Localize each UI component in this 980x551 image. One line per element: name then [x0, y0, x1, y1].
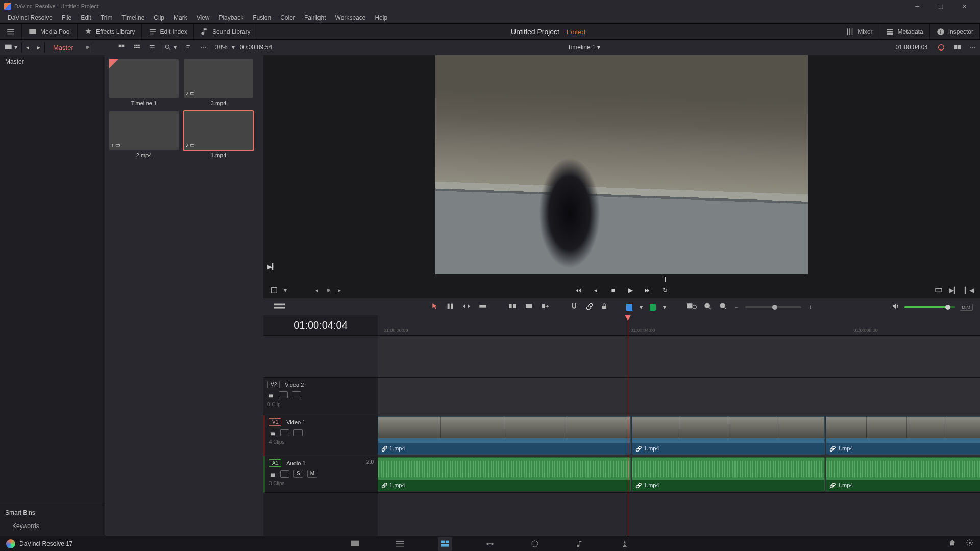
- next-marker-button[interactable]: ▸: [335, 286, 344, 295]
- play-button[interactable]: ▶: [626, 286, 635, 295]
- track-header-v1[interactable]: V1Video 1 4 Clips: [263, 415, 378, 456]
- trim-tool[interactable]: [446, 302, 455, 312]
- menu-mark[interactable]: Mark: [169, 14, 192, 21]
- viewer-options-button[interactable]: ⋯: [966, 40, 980, 55]
- go-start-button[interactable]: ⏮: [574, 286, 583, 295]
- menu-view[interactable]: View: [192, 14, 214, 21]
- go-end-button[interactable]: ⏭: [643, 286, 652, 295]
- track-badge[interactable]: V2: [267, 381, 280, 388]
- insert-button[interactable]: [508, 302, 517, 312]
- menu-playback[interactable]: Playback: [214, 14, 248, 21]
- viewer[interactable]: ▶▎: [263, 55, 980, 276]
- menu-edit[interactable]: Edit: [76, 14, 96, 21]
- menu-fusion[interactable]: Fusion: [248, 14, 276, 21]
- volume-icon[interactable]: [891, 302, 900, 312]
- effects-library-toggle[interactable]: Effects Library: [78, 23, 141, 40]
- sort-button[interactable]: [181, 40, 197, 55]
- lock-icon[interactable]: [269, 429, 276, 436]
- search-button[interactable]: ▾: [160, 40, 181, 55]
- menu-workspace[interactable]: Workspace: [331, 14, 371, 21]
- metadata-toggle[interactable]: Metadata: [879, 23, 930, 40]
- timeline-view-button[interactable]: [274, 302, 285, 312]
- menu-clip[interactable]: Clip: [149, 14, 169, 21]
- solo-button[interactable]: S: [293, 470, 303, 478]
- media-pool-toggle[interactable]: Media Pool: [22, 23, 78, 40]
- playhead[interactable]: [628, 315, 628, 536]
- match-frame-icon[interactable]: ▶▎: [267, 263, 277, 270]
- prev-marker-button[interactable]: ◂: [312, 286, 322, 295]
- fairlight-page-button[interactable]: [573, 537, 587, 551]
- zoom-out-button[interactable]: [704, 302, 712, 312]
- edit-page-button[interactable]: [438, 537, 452, 551]
- smart-bin-item[interactable]: Keywords: [5, 520, 100, 532]
- lock-icon[interactable]: [267, 391, 275, 398]
- loop-button[interactable]: ↻: [660, 286, 670, 295]
- audio-clip[interactable]: 1.mp4: [826, 457, 980, 491]
- cut-page-button[interactable]: [393, 537, 407, 551]
- lane-v2[interactable]: [378, 378, 980, 415]
- mixer-toggle[interactable]: Mixer: [839, 23, 879, 40]
- volume-slider[interactable]: [904, 306, 955, 308]
- expand-button[interactable]: [0, 23, 22, 40]
- track-header-v2[interactable]: V2Video 2 0 Clip: [263, 378, 378, 415]
- clip-thumb[interactable]: Timeline 1: [109, 59, 179, 106]
- menu-color[interactable]: Color: [276, 14, 300, 21]
- transform-button[interactable]: [270, 286, 279, 295]
- fusion-page-button[interactable]: [483, 537, 497, 551]
- track-header-a1[interactable]: A1Audio 1 2.0 SM 3 Clips: [263, 456, 378, 493]
- replace-button[interactable]: [541, 302, 550, 312]
- video-clip[interactable]: 1.mp4: [826, 416, 980, 455]
- close-button[interactable]: ✕: [952, 0, 976, 12]
- zoom-in-button[interactable]: [719, 302, 727, 312]
- bypass-grades-button[interactable]: [933, 40, 949, 55]
- edit-index-toggle[interactable]: Edit Index: [142, 23, 194, 40]
- audio-clip[interactable]: 1.mp4: [378, 457, 631, 491]
- overwrite-button[interactable]: [524, 302, 533, 312]
- inspector-toggle[interactable]: Inspector: [930, 23, 980, 40]
- sound-library-toggle[interactable]: Sound Library: [194, 23, 257, 40]
- viewer-zoom[interactable]: 38%: [211, 44, 232, 51]
- step-back-button[interactable]: ◂: [591, 286, 600, 295]
- blade-tool[interactable]: [478, 302, 487, 312]
- menu-davinci-resolve[interactable]: DaVinci Resolve: [3, 14, 57, 21]
- menu-file[interactable]: File: [57, 14, 76, 21]
- timeline-tracks[interactable]: 01:00:00:0001:00:04:0001:00:08:00 1.mp41…: [378, 315, 980, 536]
- dual-viewer-button[interactable]: [949, 40, 966, 55]
- viewer-scrubbar[interactable]: [263, 276, 980, 283]
- marker-button[interactable]: [650, 304, 656, 311]
- track-badge[interactable]: A1: [269, 459, 281, 467]
- last-clip-button[interactable]: ▎◀: [965, 286, 974, 295]
- track-toggle-2[interactable]: [293, 429, 303, 436]
- color-page-button[interactable]: [528, 537, 542, 551]
- video-clip[interactable]: 1.mp4: [632, 416, 825, 455]
- bin-root[interactable]: Master: [0, 55, 105, 68]
- deliver-page-button[interactable]: [618, 537, 632, 551]
- thumb-view-button[interactable]: [114, 40, 129, 55]
- clip-thumb[interactable]: ♪ ▭1.mp4: [184, 111, 253, 158]
- stop-button[interactable]: ■: [608, 286, 618, 295]
- next-clip-button[interactable]: ▶▎: [949, 286, 959, 295]
- track-toggle-2[interactable]: [292, 391, 301, 398]
- audio-clip[interactable]: 1.mp4: [632, 457, 825, 491]
- index-search-button[interactable]: [687, 302, 697, 312]
- timeline-name[interactable]: Timeline 1 ▾: [277, 44, 890, 51]
- nav-fwd[interactable]: ▸: [33, 40, 44, 55]
- grid-view-button[interactable]: [129, 40, 144, 55]
- menu-trim[interactable]: Trim: [96, 14, 117, 21]
- maximize-button[interactable]: ▢: [929, 0, 952, 12]
- clip-thumb[interactable]: ♪ ▭3.mp4: [184, 59, 253, 106]
- menu-help[interactable]: Help: [370, 14, 392, 21]
- mute-button[interactable]: M: [307, 470, 317, 478]
- selection-tool[interactable]: [431, 302, 438, 312]
- dynamic-trim-tool[interactable]: [462, 302, 471, 312]
- minimize-button[interactable]: ─: [905, 0, 929, 12]
- media-page-button[interactable]: [348, 537, 362, 551]
- full-extent-button[interactable]: [934, 286, 943, 295]
- lane-v1[interactable]: 1.mp41.mp41.mp4: [378, 415, 980, 456]
- video-clip[interactable]: 1.mp4: [378, 416, 631, 455]
- list-view-button[interactable]: [144, 40, 160, 55]
- link-button[interactable]: [585, 302, 594, 312]
- snap-button[interactable]: [570, 302, 578, 312]
- more-options-button[interactable]: ⋯: [197, 40, 211, 55]
- menu-fairlight[interactable]: Fairlight: [300, 14, 331, 21]
